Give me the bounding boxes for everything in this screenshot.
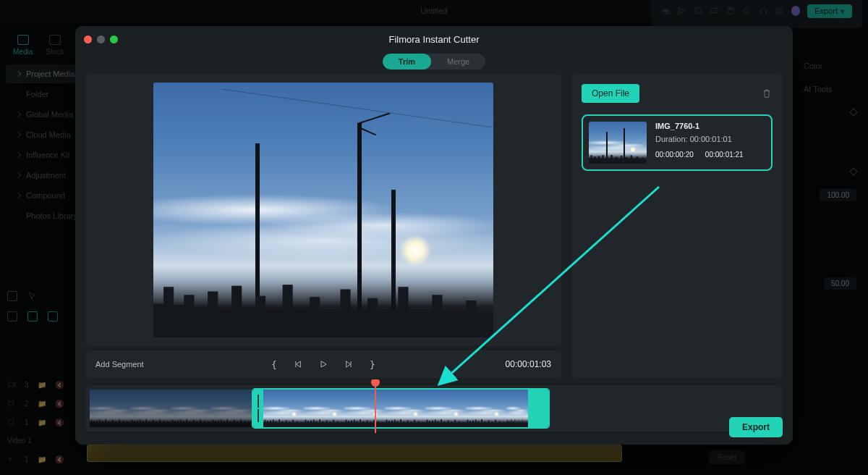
open-file-button[interactable]: Open File (582, 84, 639, 103)
mark-in-button[interactable]: { (268, 358, 280, 370)
current-timecode: 00:00:01:03 (506, 359, 551, 369)
clip-thumbnail (589, 122, 647, 164)
instant-cutter-modal: Filmora Instant Cutter Trim Merge (75, 26, 793, 445)
playhead[interactable] (375, 385, 376, 433)
maximize-window-icon[interactable] (110, 35, 118, 43)
clip-card[interactable]: IMG_7760-1 Duration: 00:00:01:01 00:00:0… (582, 114, 773, 171)
trim-handle-right[interactable] (528, 390, 548, 427)
modal-title: Filmora Instant Cutter (389, 34, 480, 45)
clip-in-timecode[interactable]: 00:00:00:20 (655, 151, 694, 159)
mark-out-button[interactable]: } (367, 358, 378, 370)
tab-trim[interactable]: Trim (383, 54, 431, 70)
clip-duration: Duration: 00:00:01:01 (655, 135, 744, 143)
playback-controls: Add Segment { } 00:00:01:03 (85, 350, 561, 378)
video-preview[interactable] (85, 74, 561, 346)
clip-name: IMG_7760-1 (655, 122, 744, 130)
trash-icon[interactable] (761, 88, 773, 99)
play-button[interactable] (318, 358, 329, 370)
clip-panel: Open File IMG_7760-1 Duration: 00:00:01:… (571, 74, 783, 378)
step-back-button[interactable] (293, 358, 305, 370)
close-window-icon[interactable] (84, 35, 92, 43)
selected-frames (263, 390, 528, 427)
minimize-window-icon[interactable] (97, 35, 105, 43)
export-button[interactable]: Export (729, 417, 783, 437)
trim-timeline[interactable] (85, 385, 783, 432)
tab-merge[interactable]: Merge (431, 54, 485, 70)
timeline-preroll (90, 390, 252, 427)
mode-segmented-control: Trim Merge (383, 54, 485, 70)
modal-titlebar[interactable]: Filmora Instant Cutter (75, 26, 793, 52)
step-forward-button[interactable] (342, 358, 354, 370)
add-segment-button[interactable]: Add Segment (95, 360, 144, 369)
selection-range[interactable] (252, 388, 550, 429)
trim-handle-left[interactable] (253, 390, 263, 427)
clip-out-timecode[interactable]: 00:00:01:21 (705, 151, 744, 159)
